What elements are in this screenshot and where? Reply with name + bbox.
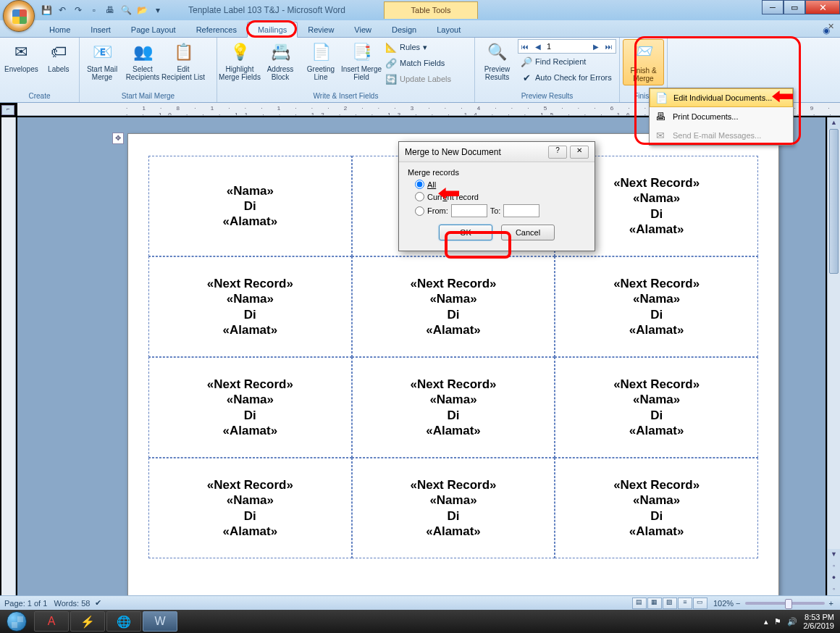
from-input[interactable] bbox=[451, 204, 487, 217]
label-cell[interactable]: «Next Record»«Nama»Di«Alamat» bbox=[555, 357, 758, 458]
tab-references[interactable]: References bbox=[186, 22, 247, 37]
ruler-corner[interactable]: ⌐ bbox=[1, 105, 14, 115]
record-number-input[interactable] bbox=[545, 42, 589, 51]
to-input[interactable] bbox=[503, 204, 539, 217]
label-cell[interactable]: «Nama»Di«Alamat» bbox=[148, 156, 352, 256]
ok-button[interactable]: OK bbox=[439, 225, 492, 240]
radio-all[interactable] bbox=[415, 180, 424, 189]
view-web-button[interactable]: ▨ bbox=[663, 598, 677, 609]
label-cell[interactable]: «Next Record»«Nama»Di«Alamat» bbox=[555, 458, 758, 558]
dialog-close-button[interactable]: ✕ bbox=[570, 146, 589, 159]
preview-results-button[interactable]: 🔍Preview Results bbox=[478, 39, 516, 83]
table-move-handle[interactable]: ✥ bbox=[112, 133, 124, 144]
office-button[interactable] bbox=[3, 0, 35, 32]
tab-review[interactable]: Review bbox=[298, 22, 344, 37]
envelopes-button[interactable]: ✉Envelopes bbox=[3, 39, 40, 75]
update-labels-button[interactable]: 🔄Update Labels bbox=[382, 71, 454, 87]
document-close-button[interactable]: ✕ bbox=[824, 22, 837, 33]
scroll-thumb[interactable] bbox=[829, 129, 839, 274]
greeting-line-button[interactable]: 📄Greeting Line bbox=[301, 39, 340, 83]
status-page[interactable]: Page: 1 of 1 bbox=[4, 599, 47, 608]
taskbar-app-1[interactable]: A bbox=[34, 611, 69, 632]
vertical-ruler[interactable] bbox=[1, 117, 16, 595]
qat-save-icon[interactable]: 💾 bbox=[39, 3, 54, 17]
labels-button[interactable]: 🏷Labels bbox=[41, 39, 76, 75]
label-cell[interactable]: «Next Record»«Nama»Di«Alamat» bbox=[352, 458, 555, 558]
highlight-fields-button[interactable]: 💡Highlight Merge Fields bbox=[220, 39, 259, 83]
qat-new-icon[interactable]: ▫ bbox=[87, 3, 101, 17]
browse-object-button[interactable]: ● bbox=[828, 572, 840, 584]
qat-print-icon[interactable]: 🖶 bbox=[103, 3, 117, 17]
prev-record-button[interactable]: ◀ bbox=[532, 41, 544, 52]
label-cell[interactable]: «Next Record»«Nama»Di«Alamat» bbox=[148, 458, 352, 558]
window-close-button[interactable]: ✕ bbox=[805, 0, 840, 14]
zoom-in-button[interactable]: + bbox=[829, 599, 836, 608]
address-block-button[interactable]: 📇Address Block bbox=[261, 39, 300, 83]
label-cell[interactable]: «Next Record»«Nama»Di«Alamat» bbox=[352, 256, 555, 357]
find-label: Find Recipient bbox=[535, 57, 586, 66]
cancel-button[interactable]: Cancel bbox=[501, 225, 555, 240]
tab-layout[interactable]: Layout bbox=[427, 22, 471, 37]
email-icon: ✉ bbox=[654, 129, 667, 142]
auto-check-button[interactable]: ✔Auto Check for Errors bbox=[518, 70, 616, 85]
qat-redo-icon[interactable]: ↷ bbox=[71, 3, 85, 17]
window-maximize-button[interactable]: ▭ bbox=[784, 0, 805, 14]
status-proof-icon[interactable]: ✔ bbox=[95, 598, 101, 608]
qat-more-icon[interactable]: ▾ bbox=[151, 3, 165, 17]
radio-from[interactable] bbox=[415, 206, 424, 216]
select-recipients-button[interactable]: 👥Select Recipients bbox=[123, 39, 162, 83]
zoom-level[interactable]: 102% bbox=[713, 599, 734, 608]
label-cell[interactable]: «Next Record»«Nama»Di«Alamat» bbox=[555, 256, 758, 357]
menu-print-documents[interactable]: 🖶Print Documents... bbox=[650, 107, 793, 126]
tab-home[interactable]: Home bbox=[39, 22, 80, 37]
match-fields-button[interactable]: 🔗Match Fields bbox=[382, 55, 454, 71]
qat-preview-icon[interactable]: 🔍 bbox=[119, 3, 133, 17]
scroll-down-button[interactable]: ▼ bbox=[828, 549, 840, 561]
tray-volume-icon[interactable]: 🔊 bbox=[787, 617, 797, 626]
start-button[interactable] bbox=[0, 610, 33, 633]
find-recipient-button[interactable]: 🔎Find Recipient bbox=[518, 54, 616, 70]
label-cell[interactable]: «Next Record»«Nama»Di«Alamat» bbox=[148, 256, 352, 357]
system-clock[interactable]: 8:53 PM 2/6/2019 bbox=[803, 613, 834, 630]
radio-from-row[interactable]: From: To: bbox=[415, 204, 586, 217]
highlight-icon: 💡 bbox=[228, 41, 251, 64]
qat-open-icon[interactable]: 📂 bbox=[135, 3, 149, 17]
finish-merge-button[interactable]: 📨Finish & Merge bbox=[623, 39, 664, 85]
first-record-button[interactable]: ⏮ bbox=[519, 41, 531, 52]
view-print-layout-button[interactable]: ▤ bbox=[632, 598, 647, 609]
view-outline-button[interactable]: ≡ bbox=[678, 598, 692, 609]
merge-field-icon: 📑 bbox=[350, 41, 373, 64]
next-page-button[interactable]: ◦ bbox=[828, 584, 840, 595]
edit-docs-icon: 📄 bbox=[655, 91, 668, 104]
tab-design[interactable]: Design bbox=[382, 22, 427, 37]
tab-mailings[interactable]: Mailings bbox=[247, 22, 298, 38]
prev-page-button[interactable]: ◦ bbox=[828, 561, 840, 572]
scroll-up-button[interactable]: ▲ bbox=[828, 117, 840, 129]
radio-current[interactable] bbox=[415, 192, 424, 201]
status-words[interactable]: Words: 58 bbox=[54, 599, 91, 608]
label-cell[interactable]: «Next Record»«Nama»Di«Alamat» bbox=[352, 357, 555, 458]
next-record-button[interactable]: ▶ bbox=[590, 41, 602, 52]
edit-recipient-list-button[interactable]: 📋Edit Recipient List bbox=[164, 39, 203, 83]
taskbar-chrome[interactable]: 🌐 bbox=[106, 611, 141, 632]
tray-flag-icon[interactable]: ⚑ bbox=[774, 617, 781, 626]
zoom-out-button[interactable]: − bbox=[734, 599, 740, 608]
view-full-screen-button[interactable]: ▦ bbox=[647, 598, 662, 609]
tab-view[interactable]: View bbox=[344, 22, 382, 37]
tab-insert[interactable]: Insert bbox=[80, 22, 121, 37]
tray-up-icon[interactable]: ▴ bbox=[764, 617, 768, 626]
taskbar-app-2[interactable]: ⚡ bbox=[70, 611, 105, 632]
tab-page-layout[interactable]: Page Layout bbox=[121, 22, 186, 37]
vertical-scrollbar[interactable]: ▲ ▼ ◦ ● ◦ bbox=[827, 117, 840, 595]
label-cell[interactable]: «Next Record»«Nama»Di«Alamat» bbox=[148, 357, 352, 458]
start-mail-merge-button[interactable]: 📧Start Mail Merge bbox=[83, 39, 122, 83]
dialog-help-button[interactable]: ? bbox=[548, 146, 567, 159]
zoom-slider[interactable] bbox=[745, 602, 825, 605]
taskbar-word[interactable]: W bbox=[143, 611, 177, 632]
rules-button[interactable]: 📐Rules ▾ bbox=[382, 39, 454, 55]
window-minimize-button[interactable]: ─ bbox=[762, 0, 784, 14]
insert-merge-field-button[interactable]: 📑Insert Merge Field bbox=[342, 39, 381, 83]
view-draft-button[interactable]: ▭ bbox=[693, 598, 707, 609]
qat-undo-icon[interactable]: ↶ bbox=[55, 3, 70, 17]
last-record-button[interactable]: ⏭ bbox=[603, 41, 615, 52]
